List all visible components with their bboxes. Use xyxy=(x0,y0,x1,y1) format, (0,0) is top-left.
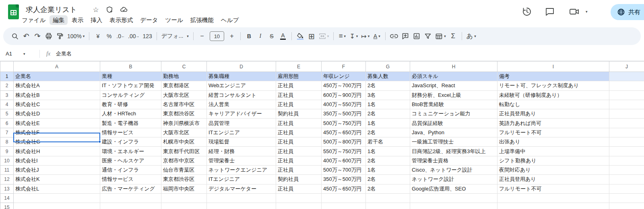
formula-input[interactable]: 企業名 xyxy=(56,50,72,57)
menu-item-3[interactable]: 挿入 xyxy=(87,15,105,25)
cell-E3[interactable]: 正社員 xyxy=(276,90,322,100)
cell-E12[interactable]: 契約社員 xyxy=(276,175,322,184)
cell-F2[interactable]: 450万～700万円 xyxy=(322,81,366,90)
cell-B8[interactable]: 建設・インフラ xyxy=(100,137,161,147)
search-icon[interactable] xyxy=(10,31,20,41)
row-header-15[interactable]: 15 xyxy=(0,203,14,209)
column-header-D[interactable]: D xyxy=(207,61,276,72)
cell-C12[interactable]: 東京都渋谷区 xyxy=(161,175,207,184)
cell-B14[interactable] xyxy=(100,193,161,203)
cell-B2[interactable]: IT・ソフトウェア開発 xyxy=(100,81,161,90)
video-call-caret-icon[interactable]: ▾ xyxy=(586,10,588,14)
cell-C5[interactable]: 東京都渋谷区 xyxy=(161,109,207,119)
cell-D11[interactable]: ネットワークエンジニア xyxy=(207,165,276,174)
sheets-logo-icon[interactable] xyxy=(8,4,19,19)
font-select[interactable]: デフォ...▾ xyxy=(160,31,190,41)
italic-button[interactable]: I xyxy=(255,31,266,41)
cell-I7[interactable]: フルリモート不可 xyxy=(497,128,609,137)
cell-G13[interactable]: 2名 xyxy=(366,184,410,193)
cell-A11[interactable]: 株式会社J xyxy=(14,165,100,174)
undo-icon[interactable]: ↶ xyxy=(21,31,31,41)
fill-color-button[interactable] xyxy=(295,31,305,41)
row-header-14[interactable]: 14 xyxy=(0,193,14,203)
zoom-select[interactable]: 100%▾ xyxy=(66,31,86,41)
cell-G9[interactable]: 1名 xyxy=(366,147,410,156)
cell-E7[interactable]: 正社員 xyxy=(276,128,322,137)
column-header-G[interactable]: G xyxy=(366,61,410,72)
cloud-check-icon[interactable] xyxy=(120,6,128,14)
version-history-icon[interactable] xyxy=(522,6,532,18)
menu-item-5[interactable]: データ xyxy=(137,15,161,25)
cell-E10[interactable]: 正社員 xyxy=(276,156,322,165)
cell-H6[interactable]: 品質保証経験 xyxy=(410,119,497,128)
cell-B3[interactable]: コンサルティング xyxy=(100,90,161,100)
cell-F8[interactable]: 500万～800万円 xyxy=(322,137,366,147)
cell-E8[interactable]: 正社員 xyxy=(276,137,322,147)
cell-B5[interactable]: 人材・HRTech xyxy=(100,109,161,119)
cell-D1[interactable]: 募集職種 xyxy=(207,72,276,81)
cell-E1[interactable]: 雇用形態 xyxy=(276,72,322,81)
cell-J12[interactable] xyxy=(609,175,644,184)
cell-J3[interactable] xyxy=(609,90,644,100)
cell-F3[interactable]: 600万～900万円 xyxy=(322,90,366,100)
cell-D9[interactable]: 経理・財務 xyxy=(207,147,276,156)
cell-B12[interactable]: 情報サービス xyxy=(100,175,161,184)
merge-cells-button[interactable]: ▾ xyxy=(318,31,330,41)
cell-G10[interactable]: 2名 xyxy=(366,156,410,165)
cell-B4[interactable]: 教育・研修 xyxy=(100,100,161,109)
row-header-7[interactable]: 7 xyxy=(0,128,14,137)
cell-I8[interactable]: 出張あり xyxy=(497,137,609,147)
cell-B11[interactable]: 通信・インフラ xyxy=(100,165,161,174)
cell-B15[interactable] xyxy=(100,203,161,209)
cell-H13[interactable]: Google広告運用、SEO xyxy=(410,184,497,193)
cell-A14[interactable] xyxy=(14,193,100,203)
cell-G7[interactable]: 2名 xyxy=(366,128,410,137)
cell-G11[interactable]: 1名 xyxy=(366,165,410,174)
column-header-H[interactable]: H xyxy=(410,61,497,72)
decrease-font-size-button[interactable]: − xyxy=(197,31,207,41)
cell-I11[interactable]: 夜間対応あり xyxy=(497,165,609,174)
cell-C15[interactable] xyxy=(161,203,207,209)
menu-item-7[interactable]: 拡張機能 xyxy=(187,15,217,25)
document-title[interactable]: 求人企業リスト xyxy=(26,5,77,14)
cell-C11[interactable]: 仙台市青葉区 xyxy=(161,165,207,174)
cell-D7[interactable]: ITエンジニア xyxy=(207,128,276,137)
functions-button[interactable]: Σ xyxy=(448,31,458,41)
print-icon[interactable] xyxy=(43,31,54,41)
cell-C13[interactable]: 福岡市中央区 xyxy=(161,184,207,193)
cell-I12[interactable]: 正社員登用あり xyxy=(497,175,609,184)
cell-D13[interactable]: デジタルマーケター xyxy=(207,184,276,193)
cell-E2[interactable]: 正社員 xyxy=(276,81,322,90)
cell-H9[interactable]: 日商簿記2級、経理実務3年以上 xyxy=(410,147,497,156)
name-box[interactable]: A1 ▾ xyxy=(0,51,39,57)
comments-icon[interactable] xyxy=(545,6,555,18)
paint-format-icon[interactable] xyxy=(55,31,65,41)
cell-E9[interactable]: 正社員 xyxy=(276,147,322,156)
cell-A12[interactable]: 株式会社K xyxy=(14,175,100,184)
font-size-input[interactable]: 10 xyxy=(210,31,224,41)
menu-item-2[interactable]: 表示 xyxy=(68,15,87,25)
cell-D12[interactable]: ITエンジニア xyxy=(207,175,276,184)
cell-C4[interactable]: 名古屋市中区 xyxy=(161,100,207,109)
column-header-C[interactable]: C xyxy=(161,61,207,72)
cell-I2[interactable]: リモート可、フレックス制度あり xyxy=(497,81,609,90)
cell-A3[interactable]: 株式会社B xyxy=(14,90,100,100)
text-color-button[interactable]: A xyxy=(278,31,288,41)
cell-E14[interactable] xyxy=(276,193,322,203)
insert-chart-icon[interactable] xyxy=(411,31,422,41)
cell-E11[interactable]: 正社員 xyxy=(276,165,322,174)
menu-item-1[interactable]: 編集 xyxy=(50,15,68,25)
cell-F4[interactable]: 400万～550万円 xyxy=(322,100,366,109)
row-header-6[interactable]: 6 xyxy=(0,119,14,128)
cell-H11[interactable]: Cisco、ネットワーク設計 xyxy=(410,165,497,174)
cell-F15[interactable] xyxy=(322,203,366,209)
row-header-4[interactable]: 4 xyxy=(0,100,14,109)
cell-H3[interactable]: 財務分析、Excel上級 xyxy=(410,90,497,100)
cell-B7[interactable]: 情報サービス xyxy=(100,128,161,137)
borders-button[interactable]: ⊞ xyxy=(306,31,317,41)
cell-A1[interactable]: 企業名 xyxy=(14,72,100,81)
cell-A13[interactable]: 株式会社L xyxy=(14,184,100,193)
cell-C2[interactable]: 東京都港区 xyxy=(161,81,207,90)
cell-J5[interactable] xyxy=(609,109,644,119)
cell-C10[interactable]: 京都市中京区 xyxy=(161,156,207,165)
